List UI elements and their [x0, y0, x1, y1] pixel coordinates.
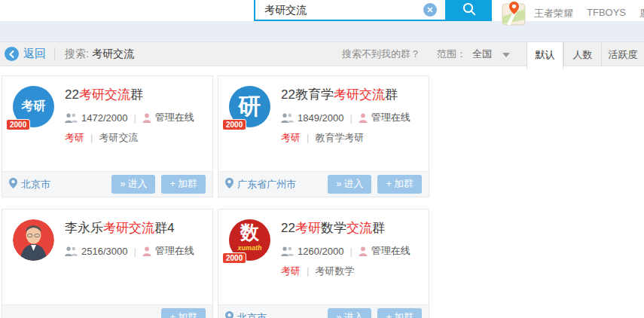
- group-title[interactable]: 22考研数学交流群: [281, 219, 429, 237]
- search-icon: [462, 2, 477, 19]
- tab-members[interactable]: 人数: [563, 42, 601, 66]
- group-avatar-photo: [13, 219, 54, 261]
- back-label: 返回: [23, 47, 46, 61]
- member-count: 1849/2000: [298, 112, 343, 124]
- enter-group-button[interactable]: »进入: [328, 175, 371, 194]
- group-stats: 1260/2000 | 管理在线: [281, 244, 429, 258]
- card-footer: 北京市 »进入 +加群: [2, 171, 212, 197]
- tag: 考研数学: [301, 265, 354, 277]
- results-toolbar: 返回 搜索:考研交流 搜索不到我的群？ 范围： 全国 默认 人数 活跃度: [0, 41, 644, 66]
- search-results-grid: 考研 2000 22考研交流群 1472/2000 | 管理在线 考研考研交流 …: [0, 66, 644, 318]
- plus-icon: +: [386, 178, 392, 189]
- join-group-button[interactable]: +加群: [161, 308, 206, 318]
- tag: 考研: [281, 132, 301, 143]
- member-count: 1472/2000: [81, 112, 127, 124]
- card-footer: 广东省广州市 »进入 +加群: [218, 171, 429, 197]
- search-input[interactable]: [254, 0, 447, 21]
- group-tags: 考研考研数学: [281, 264, 429, 278]
- group-card[interactable]: 研 2000 22教育学考研交流群 1849/2000 | 管理在线 考研教育学…: [218, 75, 429, 197]
- hot-keyword[interactable]: 王者荣耀: [534, 7, 573, 20]
- double-arrow-icon: »: [336, 311, 341, 318]
- tab-activity[interactable]: 活跃度: [601, 42, 644, 66]
- chevron-down-icon[interactable]: [502, 53, 510, 57]
- admin-status: 管理在线: [371, 111, 411, 124]
- group-tags: 考研考研交流: [65, 131, 212, 145]
- capacity-badge: 2000: [6, 119, 30, 130]
- location-pin-icon: [225, 178, 233, 191]
- group-location: 北京市: [225, 311, 267, 318]
- card-footer: +加群: [2, 304, 212, 318]
- cant-find-group-link[interactable]: 搜索不到我的群？: [342, 47, 420, 61]
- capacity-badge: 2000: [222, 119, 246, 130]
- members-icon: [65, 113, 78, 123]
- card-footer: 北京市 »进入 +加群: [218, 304, 429, 318]
- location-pin-icon: [225, 311, 233, 318]
- join-group-button[interactable]: +加群: [161, 175, 206, 194]
- tag: 考研交流: [84, 132, 138, 143]
- group-title[interactable]: 李永乐考研交流群4: [65, 219, 212, 237]
- group-card[interactable]: 李永乐考研交流群4 2516/3000 | 管理在线 +加群: [2, 209, 213, 318]
- admin-online-icon: [142, 113, 151, 123]
- group-location: 北京市: [9, 178, 50, 191]
- hot-keyword[interactable]: 鹿晗: [639, 7, 644, 20]
- top-search-bar: 王者荣耀 TFBOYS 鹿晗: [0, 0, 644, 41]
- enter-group-button[interactable]: »进入: [111, 175, 155, 194]
- member-count: 1260/2000: [298, 246, 343, 257]
- back-button[interactable]: 返回: [5, 47, 46, 61]
- group-stats: 1472/2000 | 管理在线: [65, 111, 212, 124]
- scope-value-dropdown[interactable]: 全国: [472, 47, 492, 61]
- admin-status: 管理在线: [155, 244, 194, 258]
- map-app-icon[interactable]: [502, 1, 526, 29]
- tag: 教育学考研: [301, 132, 364, 143]
- tag: 考研: [65, 132, 84, 143]
- admin-online-icon: [359, 246, 368, 256]
- member-count: 2516/3000: [81, 246, 127, 257]
- search-button[interactable]: [447, 0, 492, 21]
- admin-status: 管理在线: [155, 111, 194, 124]
- double-arrow-icon: »: [336, 178, 341, 189]
- capacity-badge: 2000: [222, 252, 246, 264]
- group-card[interactable]: 考研 2000 22考研交流群 1472/2000 | 管理在线 考研考研交流 …: [2, 75, 213, 197]
- group-location: 广东省广州市: [225, 178, 296, 191]
- search-summary: 搜索:考研交流: [65, 47, 134, 61]
- members-icon: [65, 246, 78, 256]
- sort-tabs: 默认 人数 活跃度: [526, 42, 644, 66]
- group-title[interactable]: 22教育学考研交流群: [281, 86, 429, 103]
- toolbar-divider: [54, 47, 55, 60]
- group-tags: 考研教育学考研: [281, 131, 429, 145]
- plus-icon: +: [169, 311, 175, 318]
- double-arrow-icon: »: [120, 178, 125, 189]
- tag: 考研: [281, 265, 301, 277]
- group-card[interactable]: 数 xumath 2000 22考研数学交流群 1260/2000 | 管理在线…: [218, 209, 429, 318]
- back-arrow-icon: [5, 47, 19, 61]
- join-group-button[interactable]: +加群: [377, 175, 422, 194]
- admin-online-icon: [359, 113, 368, 123]
- tab-default[interactable]: 默认: [526, 42, 563, 69]
- group-title[interactable]: 22考研交流群: [65, 86, 212, 103]
- plus-icon: +: [169, 178, 175, 189]
- members-icon: [281, 246, 294, 256]
- hot-keyword[interactable]: TFBOYS: [587, 7, 626, 20]
- plus-icon: +: [386, 311, 392, 318]
- clear-search-icon[interactable]: [423, 3, 437, 17]
- members-icon: [281, 113, 294, 123]
- topbar-background-strip: [0, 21, 644, 41]
- scope-label: 范围：: [437, 47, 466, 61]
- group-stats: 2516/3000 | 管理在线: [65, 244, 212, 258]
- hot-keywords: 王者荣耀 TFBOYS 鹿晗: [534, 7, 644, 20]
- admin-online-icon: [142, 246, 151, 256]
- group-stats: 1849/2000 | 管理在线: [281, 111, 429, 124]
- join-group-button[interactable]: +加群: [377, 308, 422, 318]
- enter-group-button[interactable]: »进入: [328, 308, 371, 318]
- admin-status: 管理在线: [371, 244, 411, 258]
- location-pin-icon: [9, 178, 17, 191]
- search-term: 考研交流: [92, 47, 134, 60]
